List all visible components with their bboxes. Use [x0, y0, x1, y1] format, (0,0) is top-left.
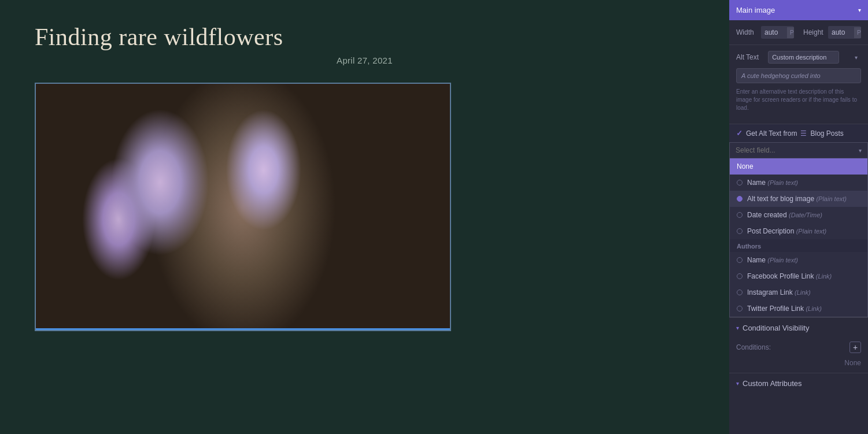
dropdown-item-post-description[interactable]: Post Decription (Plain text) [730, 223, 867, 239]
dropdown-item-instagram[interactable]: Instagram Link (Link) [730, 284, 867, 301]
source-icon: ☰ [800, 129, 807, 138]
dropdown-item-author-name[interactable]: Name (Plain text) [730, 252, 867, 268]
alt-text-label: Alt Text [736, 53, 759, 61]
dimension-row: Width PX Height PX [729, 20, 868, 45]
conditional-visibility-chevron-icon: ▾ [736, 325, 739, 331]
custom-attributes-title: Custom Attributes [743, 379, 802, 388]
dropdown-item-facebook-label: Facebook Profile Link (Link) [747, 272, 832, 280]
width-label: Width [736, 28, 756, 36]
conditions-label: Conditions: [736, 343, 771, 351]
alt-text-section: Alt Text Custom description A cute hedge… [729, 45, 868, 124]
height-label: Height [803, 28, 823, 36]
height-input[interactable] [828, 26, 854, 39]
dropdown-radio-author-name [737, 257, 743, 263]
get-alt-text-row[interactable]: ✓ Get Alt Text from ☰ Blog Posts [729, 124, 868, 142]
dropdown-radio-date-created [737, 212, 743, 218]
height-input-group[interactable]: PX [828, 26, 861, 39]
dropdown-radio-post-desc [737, 228, 743, 234]
dropdown-item-alt-text-label: Alt text for blog image (Plain text) [747, 195, 847, 203]
alt-text-description: Enter an alternative text description of… [736, 88, 861, 112]
blog-image [36, 84, 450, 330]
width-input[interactable] [761, 26, 787, 39]
dropdown-item-facebook[interactable]: Facebook Profile Link (Link) [730, 268, 867, 284]
conditional-visibility-title: Conditional Visibility [743, 324, 809, 332]
dropdown-radio-facebook [737, 273, 743, 279]
right-panel: Main image ▾ Width PX Height PX Alt Text… [729, 0, 868, 434]
dropdown-item-name-label: Name (Plain text) [747, 179, 798, 187]
alt-text-preview: A cute hedgehog curled into [736, 68, 861, 83]
dropdown-radio-name [737, 180, 743, 186]
alt-text-select[interactable]: Custom description [768, 51, 839, 64]
conditions-none-text: None [729, 357, 868, 373]
element-selector-chevron-icon: ▾ [858, 7, 861, 13]
alt-text-field-row: Alt Text Custom description [736, 51, 861, 64]
dropdown-radio-alt-text [737, 196, 743, 202]
dropdown-item-post-desc-label: Post Decription (Plain text) [747, 227, 826, 235]
get-alt-text-checkmark: ✓ [736, 129, 743, 138]
width-unit: PX [787, 27, 794, 38]
dropdown-item-name[interactable]: Name (Plain text) [730, 175, 867, 191]
dropdown-radio-twitter [737, 306, 743, 311]
blog-title: Finding rare wildflowers [35, 23, 695, 51]
dropdown-item-date-created[interactable]: Date created (Date/Time) [730, 207, 867, 223]
dropdown-item-twitter[interactable]: Twitter Profile Link (Link) [730, 301, 867, 317]
authors-group-header: Authors [730, 239, 867, 252]
blog-date: April 27, 2021 [35, 55, 695, 65]
height-unit: PX [854, 27, 861, 38]
flower-background [36, 84, 450, 330]
image-selection-border [36, 328, 450, 330]
select-field-row[interactable]: ▾ [730, 143, 867, 158]
custom-attributes-chevron-icon: ▾ [736, 380, 739, 387]
none-item-label: None [737, 162, 754, 170]
add-condition-button[interactable]: + [849, 342, 861, 353]
conditional-visibility-section[interactable]: ▾ Conditional Visibility [729, 317, 868, 338]
dropdown-radio-instagram [737, 290, 743, 295]
dropdown-item-instagram-label: Instagram Link (Link) [747, 288, 811, 296]
element-selector-label: Main image [736, 6, 775, 14]
blog-image-container[interactable] [35, 83, 451, 331]
conditions-row: Conditions: + [729, 338, 868, 357]
select-field-input[interactable] [736, 146, 859, 154]
dropdown-item-twitter-label: Twitter Profile Link (Link) [747, 305, 822, 313]
get-alt-text-label: Get Alt Text from [746, 129, 797, 138]
dropdown-item-alt-text[interactable]: Alt text for blog image (Plain text) [730, 191, 867, 207]
main-content: Finding rare wildflowers April 27, 2021 [0, 0, 729, 434]
dropdown-item-none[interactable]: None [730, 158, 867, 175]
get-alt-text-source: Blog Posts [810, 129, 843, 138]
dropdown-item-author-name-label: Name (Plain text) [747, 256, 798, 264]
field-dropdown: ▾ None Name (Plain text) Alt text for bl… [729, 142, 868, 317]
dropdown-item-date-label: Date created (Date/Time) [747, 211, 822, 219]
dropdown-chevron-icon: ▾ [859, 147, 862, 154]
element-selector[interactable]: Main image ▾ [729, 0, 868, 20]
width-input-group[interactable]: PX [761, 26, 794, 39]
custom-attributes-section[interactable]: ▾ Custom Attributes [729, 373, 868, 394]
alt-text-select-wrapper[interactable]: Custom description [763, 51, 861, 64]
